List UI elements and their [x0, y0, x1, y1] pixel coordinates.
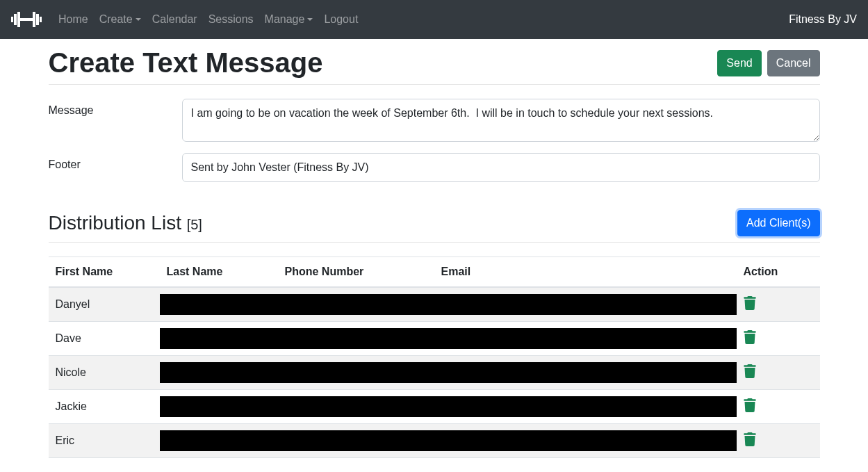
- footer-row: Footer: [49, 153, 820, 182]
- trash-icon[interactable]: [744, 330, 756, 344]
- page-header: Create Text Message Send Cancel: [49, 47, 820, 79]
- page-actions: Send Cancel: [717, 50, 819, 76]
- cell-first-name: Dave: [49, 322, 160, 356]
- table-head: First Name Last Name Phone Number Email …: [49, 257, 820, 288]
- nav-logout[interactable]: Logout: [318, 8, 363, 31]
- chevron-down-icon: [136, 18, 141, 21]
- cell-first-name: Jackie: [49, 390, 160, 424]
- distribution-header: Distribution List [5] Add Client(s): [49, 210, 820, 236]
- distribution-title: Distribution List [5]: [49, 212, 202, 234]
- nav-manage[interactable]: Manage: [259, 8, 319, 31]
- redacted-block: [160, 328, 737, 349]
- trash-icon[interactable]: [744, 296, 756, 310]
- cell-action: [737, 287, 820, 322]
- col-last-name: Last Name: [160, 257, 278, 288]
- nav-create[interactable]: Create: [94, 8, 147, 31]
- cell-redacted: [160, 356, 737, 390]
- cell-action: [737, 424, 820, 458]
- nav-create-label: Create: [99, 13, 133, 26]
- col-phone: Phone Number: [278, 257, 434, 288]
- footer-label: Footer: [49, 153, 182, 182]
- trash-icon[interactable]: [744, 398, 756, 412]
- redacted-block: [160, 294, 737, 315]
- cell-first-name: Danyel: [49, 287, 160, 322]
- navbar-left: Home Create Calendar Sessions Manage Log…: [11, 8, 363, 31]
- table-row: Jackie: [49, 390, 820, 424]
- trash-icon[interactable]: [744, 432, 756, 446]
- nav-links: Home Create Calendar Sessions Manage Log…: [53, 8, 363, 31]
- svg-rect-6: [40, 17, 42, 22]
- cell-redacted: [160, 322, 737, 356]
- table-row: Dave: [49, 322, 820, 356]
- redacted-block: [160, 430, 737, 451]
- svg-rect-3: [20, 18, 33, 21]
- svg-rect-5: [36, 14, 39, 25]
- cell-first-name: Nicole: [49, 356, 160, 390]
- col-action: Action: [737, 257, 820, 288]
- nav-home[interactable]: Home: [53, 8, 94, 31]
- redacted-block: [160, 362, 737, 383]
- footer-input[interactable]: [182, 153, 820, 182]
- cell-action: [737, 356, 820, 390]
- svg-rect-4: [33, 12, 35, 27]
- navbar-brand[interactable]: [11, 10, 42, 29]
- distribution-count: [5]: [187, 217, 202, 232]
- message-wrap: I am going to be on vacation the week of…: [182, 99, 820, 142]
- message-label: Message: [49, 99, 182, 142]
- page-title: Create Text Message: [49, 47, 323, 79]
- cell-first-name: Eric: [49, 424, 160, 458]
- svg-rect-1: [14, 14, 17, 25]
- redacted-block: [160, 396, 737, 417]
- cell-redacted: [160, 390, 737, 424]
- footer-wrap: [182, 153, 820, 182]
- cell-redacted: [160, 424, 737, 458]
- nav-sessions[interactable]: Sessions: [203, 8, 259, 31]
- trash-icon[interactable]: [744, 364, 756, 378]
- table-row: Nicole: [49, 356, 820, 390]
- table-row: Eric: [49, 424, 820, 458]
- message-row: Message I am going to be on vacation the…: [49, 99, 820, 142]
- cancel-button[interactable]: Cancel: [767, 50, 820, 76]
- cell-action: [737, 390, 820, 424]
- svg-rect-0: [11, 17, 13, 22]
- divider: [49, 242, 820, 243]
- svg-rect-2: [17, 12, 20, 27]
- cell-redacted: [160, 287, 737, 322]
- table-row: Danyel: [49, 287, 820, 322]
- divider: [49, 84, 820, 85]
- navbar-brand-text: Fitness By JV: [789, 13, 857, 26]
- nav-calendar[interactable]: Calendar: [147, 8, 203, 31]
- table-body: DanyelDaveNicoleJackieEric: [49, 287, 820, 458]
- add-clients-button[interactable]: Add Client(s): [737, 210, 819, 236]
- navbar: Home Create Calendar Sessions Manage Log…: [0, 0, 868, 39]
- chevron-down-icon: [307, 18, 313, 21]
- send-button[interactable]: Send: [717, 50, 761, 76]
- main-container: Create Text Message Send Cancel Message …: [38, 47, 830, 458]
- distribution-title-text: Distribution List: [49, 212, 181, 234]
- barbell-icon: [11, 10, 42, 29]
- message-input[interactable]: I am going to be on vacation the week of…: [182, 99, 820, 142]
- col-first-name: First Name: [49, 257, 160, 288]
- distribution-table: First Name Last Name Phone Number Email …: [49, 257, 820, 458]
- nav-manage-label: Manage: [265, 13, 305, 26]
- col-email: Email: [434, 257, 737, 288]
- cell-action: [737, 322, 820, 356]
